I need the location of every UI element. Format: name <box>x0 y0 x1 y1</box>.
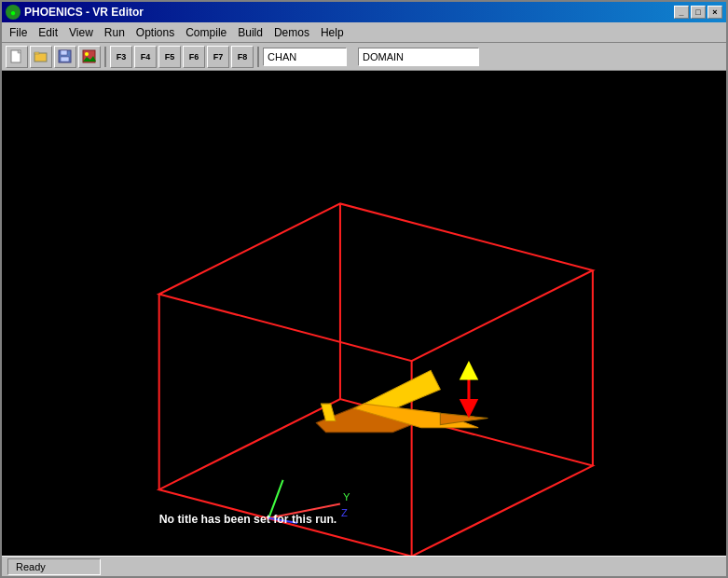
svg-rect-3 <box>34 52 39 54</box>
toolbar: F3 F4 F5 F6 F7 F8 <box>2 43 726 71</box>
f6-button[interactable]: F6 <box>183 46 205 68</box>
open-button[interactable] <box>30 46 52 68</box>
svg-rect-6 <box>61 57 69 62</box>
new-button[interactable] <box>6 46 28 68</box>
minimize-button[interactable]: _ <box>674 6 689 19</box>
toolbar-separator-1 <box>104 47 106 67</box>
menu-help[interactable]: Help <box>315 22 350 42</box>
menu-file[interactable]: File <box>4 22 33 42</box>
chan-input[interactable] <box>263 48 347 66</box>
f3-button[interactable]: F3 <box>110 46 132 68</box>
menu-build[interactable]: Build <box>232 22 268 42</box>
menu-options[interactable]: Options <box>130 22 180 42</box>
svg-text:Z: Z <box>341 507 348 518</box>
menu-view[interactable]: View <box>63 22 99 42</box>
svg-text:Y: Y <box>343 491 350 502</box>
status-text: Ready <box>16 561 46 572</box>
menu-edit[interactable]: Edit <box>33 22 63 42</box>
viewport[interactable]: Y Z No title has been set for this run. <box>2 71 726 556</box>
f7-button[interactable]: F7 <box>207 46 229 68</box>
svg-rect-10 <box>2 89 726 538</box>
main-window: ● PHOENICS - VR Editor _ □ × File Edit V… <box>0 0 728 578</box>
toolbar-separator-2 <box>257 47 259 67</box>
svg-text:No title has been set for this: No title has been set for this run. <box>159 513 337 526</box>
menu-compile[interactable]: Compile <box>180 22 232 42</box>
status-bar: Ready <box>2 556 726 576</box>
app-icon: ● <box>6 5 21 20</box>
window-title: PHOENICS - VR Editor <box>24 6 674 19</box>
save-button[interactable] <box>54 46 76 68</box>
status-text-panel: Ready <box>7 558 101 575</box>
f5-button[interactable]: F5 <box>158 46 181 68</box>
3d-scene: Y Z No title has been set for this run. <box>2 71 726 556</box>
svg-rect-5 <box>61 50 67 55</box>
close-button[interactable]: × <box>707 6 722 19</box>
menu-bar: File Edit View Run Options Compile Build… <box>2 22 726 43</box>
f8-button[interactable]: F8 <box>231 46 254 68</box>
menu-demos[interactable]: Demos <box>268 22 315 42</box>
image-button[interactable] <box>78 46 101 68</box>
svg-point-8 <box>85 52 89 56</box>
f4-button[interactable]: F4 <box>134 46 157 68</box>
svg-rect-2 <box>34 53 47 62</box>
menu-run[interactable]: Run <box>99 22 130 42</box>
title-bar: ● PHOENICS - VR Editor _ □ × <box>2 2 726 22</box>
domain-input[interactable] <box>358 48 479 66</box>
window-controls: _ □ × <box>674 6 722 19</box>
restore-button[interactable]: □ <box>691 6 706 19</box>
